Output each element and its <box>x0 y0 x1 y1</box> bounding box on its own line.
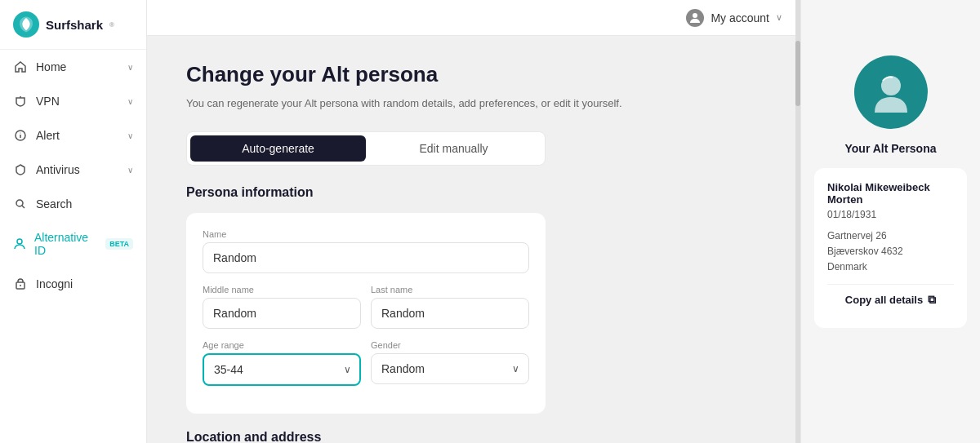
right-panel: Your Alt Persona Nikolai Mikeweibeck Mor… <box>800 0 980 443</box>
sidebar-item-alternative-id-label: Alternative ID <box>34 231 94 257</box>
auto-generate-toggle[interactable]: Auto-generate <box>190 135 366 162</box>
gender-field: Gender Random ∨ <box>371 340 529 386</box>
logo-area: Surfshark ® <box>0 0 146 50</box>
name-field: Name <box>203 229 529 273</box>
sidebar-item-home-label: Home <box>36 60 66 73</box>
sidebar-item-home[interactable]: Home ∨ <box>0 50 146 84</box>
antivirus-chevron: ∨ <box>127 166 133 175</box>
sidebar-item-antivirus[interactable]: Antivirus ∨ <box>0 153 146 187</box>
home-icon <box>13 60 28 74</box>
account-chevron: ∨ <box>776 12 782 23</box>
sidebar-item-incogni[interactable]: Incogni <box>0 267 146 301</box>
surfshark-logo-icon <box>13 11 39 38</box>
scrollbar-thumb[interactable] <box>795 41 800 106</box>
alert-chevron: ∨ <box>127 131 133 140</box>
svg-point-9 <box>20 285 21 286</box>
incogni-icon <box>13 277 28 291</box>
copy-all-details-button[interactable]: Copy all details ⧉ <box>827 284 954 315</box>
persona-dob: 01/18/1931 <box>827 209 954 220</box>
center-column: My account ∨ Change your Alt persona You… <box>147 0 795 443</box>
name-row: Middle name Last name <box>203 285 529 329</box>
home-chevron: ∨ <box>127 63 133 72</box>
main-content: Change your Alt persona You can regenera… <box>147 36 795 443</box>
gender-label: Gender <box>371 340 529 350</box>
age-range-label: Age range <box>203 340 361 350</box>
page-title: Change your Alt persona <box>186 62 756 87</box>
age-gender-row: Age range 35-44 ∨ Gender <box>203 340 529 386</box>
svg-point-5 <box>16 200 23 206</box>
logo-trademark: ® <box>109 21 114 29</box>
search-icon <box>13 197 28 211</box>
antivirus-icon <box>13 162 28 177</box>
persona-country: Denmark <box>827 261 867 272</box>
sidebar-item-vpn[interactable]: VPN ∨ <box>0 84 146 118</box>
middle-name-input[interactable] <box>203 298 361 329</box>
beta-badge: BETA <box>105 238 133 250</box>
persona-form-card: Name Middle name Last name <box>186 213 546 414</box>
scrollbar-track[interactable] <box>795 0 800 443</box>
persona-address-line1: Gartnervej 26 <box>827 230 887 241</box>
sidebar-item-search-label: Search <box>36 197 72 210</box>
alt-persona-avatar <box>854 55 928 129</box>
account-avatar-icon <box>686 9 704 27</box>
middle-name-label: Middle name <box>203 285 361 295</box>
edit-manually-toggle[interactable]: Edit manually <box>366 135 541 162</box>
sidebar-item-antivirus-label: Antivirus <box>36 163 80 176</box>
logo-text: Surfshark <box>46 18 103 32</box>
gender-select-wrapper: Random ∨ <box>371 353 529 384</box>
copy-label: Copy all details <box>845 294 923 306</box>
mode-toggle: Auto-generate Edit manually <box>186 131 546 166</box>
persona-detail-card: Nikolai Mikeweibeck Morten 01/18/1931 Ga… <box>814 168 967 328</box>
last-name-label: Last name <box>371 285 529 295</box>
sidebar-item-search[interactable]: Search <box>0 187 146 221</box>
persona-address: Gartnervej 26 Bjæverskov 4632 Denmark <box>827 228 954 276</box>
persona-section-title: Persona information <box>186 185 756 200</box>
age-range-select-wrapper: 35-44 ∨ <box>203 353 361 386</box>
persona-address-line2: Bjæverskov 4632 <box>827 246 903 257</box>
age-range-field: Age range 35-44 ∨ <box>203 340 361 386</box>
page-subtitle: You can regenerate your Alt persona with… <box>186 95 756 112</box>
middle-name-field: Middle name <box>203 285 361 329</box>
sidebar-nav: Home ∨ VPN ∨ <box>0 50 146 301</box>
sidebar-item-alert-label: Alert <box>36 129 60 142</box>
avatar-silhouette-icon <box>866 68 915 117</box>
svg-point-10 <box>693 13 697 18</box>
right-panel-title: Your Alt Persona <box>844 142 936 155</box>
svg-point-3 <box>20 133 21 134</box>
location-section: Location and address Country Random ∨ <box>186 430 756 444</box>
alert-icon <box>13 128 28 143</box>
sidebar: Surfshark ® Home ∨ <box>0 0 147 443</box>
name-input[interactable] <box>203 242 529 273</box>
last-name-field: Last name <box>371 285 529 329</box>
scrollable-content: Change your Alt persona You can regenera… <box>147 36 795 443</box>
svg-point-7 <box>17 239 22 244</box>
persona-full-name: Nikolai Mikeweibeck Morten <box>827 181 954 206</box>
gender-select[interactable]: Random <box>371 353 529 384</box>
sidebar-item-vpn-label: VPN <box>36 95 60 108</box>
account-label: My account <box>710 11 769 24</box>
last-name-input[interactable] <box>371 298 529 329</box>
vpn-icon <box>13 94 28 109</box>
vpn-chevron: ∨ <box>127 97 133 106</box>
location-section-title: Location and address <box>186 430 756 444</box>
sidebar-item-incogni-label: Incogni <box>36 277 73 290</box>
svg-line-6 <box>22 206 24 208</box>
content-wrapper: My account ∨ Change your Alt persona You… <box>147 0 980 443</box>
header-bar: My account ∨ <box>147 0 795 36</box>
copy-icon: ⧉ <box>928 293 936 307</box>
age-range-select[interactable]: 35-44 <box>203 353 361 386</box>
sidebar-item-alert[interactable]: Alert ∨ <box>0 118 146 153</box>
sidebar-item-alternative-id[interactable]: Alternative ID BETA <box>0 221 146 267</box>
alternative-id-icon <box>13 237 26 251</box>
account-button[interactable]: My account ∨ <box>686 9 782 27</box>
name-label: Name <box>203 229 529 239</box>
